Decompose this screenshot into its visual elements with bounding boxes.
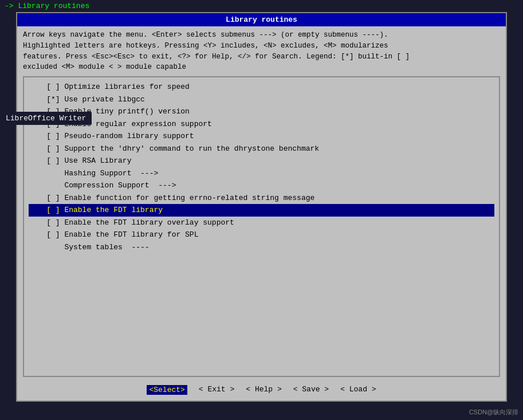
- menu-item-9[interactable]: Compression Support --->: [29, 179, 494, 192]
- main-container: Library routines Arrow keys navigate the…: [16, 12, 507, 402]
- help-line-2: Highlighted letters are hotkeys. Pressin…: [23, 41, 500, 52]
- title-arrow: ->: [5, 2, 14, 10]
- menu-item-5[interactable]: [ ] Pseudo-random library support: [29, 130, 494, 143]
- menu-item-4[interactable]: [*] Enable regular expression support: [29, 118, 494, 131]
- tooltip: LibreOffice Writer: [0, 112, 92, 125]
- menu-item-8[interactable]: Hashing Support --->: [29, 167, 494, 180]
- dialog-title: Library routines: [17, 13, 506, 26]
- help-line-4: excluded <M> module < > module capable: [23, 62, 500, 73]
- menu-item-3[interactable]: [ ] Enable tiny printf() version: [29, 105, 494, 118]
- help-button[interactable]: < Help >: [246, 385, 281, 395]
- menu-item-6[interactable]: [ ] Support the 'dhry' command to run th…: [29, 143, 494, 155]
- exit-button[interactable]: < Exit >: [199, 385, 234, 395]
- menu-item-7[interactable]: [ ] Use RSA Library: [29, 155, 494, 167]
- load-button[interactable]: < Load >: [340, 385, 376, 395]
- menu-item-14[interactable]: System tables ----: [29, 241, 494, 254]
- title-text: Library routines: [18, 2, 89, 10]
- menu-area[interactable]: [ ] Optimize libraries for speed [*] Use…: [23, 76, 500, 377]
- menu-item-11[interactable]: [ ] Enable the FDT library: [29, 204, 494, 217]
- save-button[interactable]: < Save >: [293, 385, 329, 395]
- help-line-3: features. Press <Esc><Esc> to exit, <?> …: [23, 52, 500, 62]
- watermark: CSDN@纵向深排: [469, 408, 518, 417]
- menu-item-1[interactable]: [ ] Optimize libraries for speed: [29, 81, 494, 93]
- select-button[interactable]: <Select>: [147, 385, 187, 395]
- title-bar: -> Library routines: [0, 0, 523, 12]
- menu-item-13[interactable]: [ ] Enable the FDT library for SPL: [29, 229, 494, 241]
- help-line-1: Arrow keys navigate the menu. <Enter> se…: [23, 30, 500, 41]
- button-bar: <Select>< Exit >< Help >< Save >< Load >: [17, 379, 506, 401]
- menu-item-2[interactable]: [*] Use private libgcc: [29, 93, 494, 106]
- menu-item-12[interactable]: [ ] Enable the FDT library overlay suppo…: [29, 217, 494, 229]
- menu-item-10[interactable]: [ ] Enable function for getting errno-re…: [29, 192, 494, 205]
- help-text: Arrow keys navigate the menu. <Enter> se…: [17, 26, 506, 76]
